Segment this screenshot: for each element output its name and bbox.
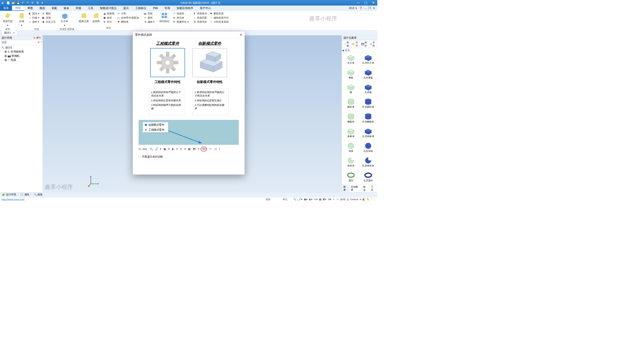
tab-sheetmetal[interactable]: 钣金 [362, 185, 370, 192]
view-cube-icon[interactable]: ▣▾ [304, 198, 308, 201]
menu-tools[interactable]: 工具 [85, 6, 97, 11]
mdi-restore[interactable]: ❐ [368, 7, 371, 10]
cursor-icon[interactable]: ↖ [333, 198, 335, 201]
status-url[interactable]: http://www.caxa.com [2, 198, 24, 201]
library-item-pie-hole[interactable]: 孔类饼状体 [360, 157, 376, 168]
sweep-button[interactable]: 〰扫描 ▾ [28, 16, 40, 20]
offset-face-button[interactable]: ⇶表面等距 [192, 20, 208, 24]
bottom-tab-props[interactable]: 📋属性 [18, 192, 32, 197]
qat-gear[interactable]: ⚙ [36, 1, 40, 5]
menu-sketch[interactable]: 草图 [24, 6, 36, 11]
menu-pmi[interactable]: PMI [150, 6, 161, 11]
boolean-button[interactable]: ⊕布尔 [102, 20, 115, 24]
thread-button[interactable]: ≋螺纹 [41, 12, 56, 16]
section-icon[interactable]: ◩▾ [323, 198, 327, 201]
library-item-sphere[interactable]: 球体 [343, 142, 359, 154]
cursor-icon[interactable]: ↖ [208, 147, 212, 151]
axis-icon[interactable]: ↯ [179, 147, 183, 151]
select-icon[interactable]: ▭ [337, 198, 339, 201]
grid-icon[interactable]: ▦ [319, 198, 321, 201]
qat-redo[interactable]: ↷ [26, 1, 30, 5]
menu-assembly[interactable]: 装配 [48, 6, 60, 11]
split-body-face-button[interactable]: ⑊分割实体表面 [209, 20, 229, 24]
box-icon[interactable]: ◩ [192, 147, 196, 151]
shade-icon[interactable]: ◐ [171, 147, 175, 151]
lib-close-button[interactable]: ✕关闭 [369, 41, 377, 48]
library-item-ecyl[interactable]: 椭圆柱 [343, 113, 359, 124]
edit-radius-button[interactable]: ◠编辑表面半径 [209, 16, 229, 20]
panel-pin-icon[interactable]: 📌 [36, 36, 38, 39]
lib-new-button[interactable]: 📄新建 [342, 41, 351, 48]
engineering-mode-option[interactable] [150, 48, 185, 77]
close-button[interactable]: ✕ [370, 0, 377, 6]
library-item-cube[interactable]: 长方体 [343, 54, 359, 66]
thicken-button[interactable]: ▦加厚 [41, 16, 56, 20]
tree-coordsys[interactable]: ⊞↳全局坐标系 [1, 50, 42, 54]
library-item-sphere-hole[interactable]: 孔类球体 [360, 142, 376, 154]
grip-icon[interactable]: ⋮⋮ [371, 198, 376, 201]
left-search-input[interactable] [0, 40, 37, 45]
library-item-cube-hole[interactable]: 孔类长方体 [360, 54, 376, 66]
tree-light[interactable]: ⊞✦光源 [1, 58, 42, 62]
mirror-feature-button[interactable]: ⇋镜像特征 ▾ [172, 20, 189, 24]
library-item-slab-hole[interactable]: 孔类厚板 [360, 68, 376, 80]
library-item-cyl-hole[interactable]: 孔类圆柱体 [360, 98, 376, 110]
fillet-button[interactable]: 圆角过渡 [78, 12, 90, 23]
select-icon[interactable]: ▭ [214, 147, 218, 151]
match-face-button[interactable]: ≈表面匹配 [192, 16, 208, 20]
innovation-mode-option[interactable] [192, 48, 227, 77]
library-item-cyl[interactable]: 圆柱体 [343, 98, 359, 110]
search-highlight-icon[interactable]: ✎ [40, 41, 43, 44]
layer-icon[interactable]: ◧ [363, 198, 365, 201]
tree-camera[interactable]: ⊞📷照相机 [1, 54, 42, 58]
part-mode-icon[interactable]: ⚙▾ [328, 198, 332, 201]
dialog-close-button[interactable]: ✕ [239, 33, 242, 37]
bottom-tab-search[interactable]: 🔍搜索 [31, 192, 45, 197]
maximize-button[interactable]: ▢ [362, 0, 370, 6]
delete-face-button[interactable]: ✖删除表面 [209, 12, 229, 16]
menu-display[interactable]: 显示 [120, 6, 132, 11]
style-dropdown[interactable]: 样式 ▾ [349, 6, 357, 10]
pattern-button[interactable]: 阵列特征 [158, 12, 171, 23]
right-search-clear-icon[interactable]: ✕ [377, 49, 377, 52]
menu-common[interactable]: 常用 [161, 6, 173, 11]
ruler-icon[interactable]: 📏 [366, 198, 369, 201]
shell-button[interactable]: ▣抽壳 [102, 16, 115, 20]
menu-smart-annotation[interactable]: 智能设计批注 [97, 6, 120, 11]
delete-body-button[interactable]: ✖删除体 [116, 20, 140, 24]
lib-save-button[interactable]: 💾保存 [360, 41, 369, 48]
qat-save[interactable]: 💾 [17, 1, 20, 5]
rib-button[interactable]: ▬筋板 [143, 12, 155, 16]
shade-icon[interactable]: ◐▾ [309, 198, 313, 201]
copy-body-button[interactable]: ⧉拷贝体 [172, 16, 189, 20]
panel-dropdown-icon[interactable]: ▾ [33, 36, 36, 39]
search-back-icon[interactable]: ◀ [342, 49, 344, 52]
menu-addons[interactable]: 加载应用程序 [173, 6, 197, 11]
zoom-out-icon[interactable]: 🔎 [155, 147, 158, 151]
tab-advanced[interactable]: 高级图素 [349, 185, 362, 192]
popup-option-innovation[interactable]: ⬢创新模式零件 [143, 122, 168, 127]
search-clear-icon[interactable]: ✕ [37, 41, 40, 44]
view-icon[interactable]: ▣ [163, 147, 167, 151]
lib-open-button[interactable]: 📂打开 [351, 41, 360, 48]
trim-button[interactable]: ✂裁剪 [143, 16, 155, 20]
zoom-in-icon[interactable]: 🔍 [293, 198, 296, 201]
help-icon[interactable]: ❓ [359, 7, 363, 10]
dont-show-again-checkbox[interactable]: 不再显示本对话框 [139, 155, 238, 158]
chamfer-button[interactable]: 边倒角 [91, 12, 101, 23]
axis-icon[interactable]: ↯▾ [314, 198, 317, 201]
offset-button[interactable]: ⇉偏移 ▾ [143, 20, 155, 24]
library-item-poly[interactable]: 多棱体 [343, 127, 359, 139]
qat-new[interactable]: 📄 [7, 1, 10, 5]
zoom-out-icon[interactable]: 🔎▾ [298, 198, 303, 201]
qat-refresh[interactable]: ⟳ [31, 1, 35, 5]
app-icon[interactable]: ◈ [2, 1, 5, 5]
menu-sheetmetal[interactable]: 钣金 [60, 6, 72, 11]
menu-feature[interactable]: 特征 [12, 6, 24, 11]
scale-body-button[interactable]: ⤢缩放体 [172, 12, 189, 16]
library-item-torus[interactable]: 圆环 [343, 171, 359, 183]
menu-weld[interactable]: 焊接 [72, 6, 85, 11]
draft-button[interactable]: ◢面拔模 [102, 12, 115, 16]
custom-hole-button[interactable]: ◉自定义孔 [41, 20, 56, 24]
panel-close-icon[interactable]: ✕ [38, 36, 41, 39]
